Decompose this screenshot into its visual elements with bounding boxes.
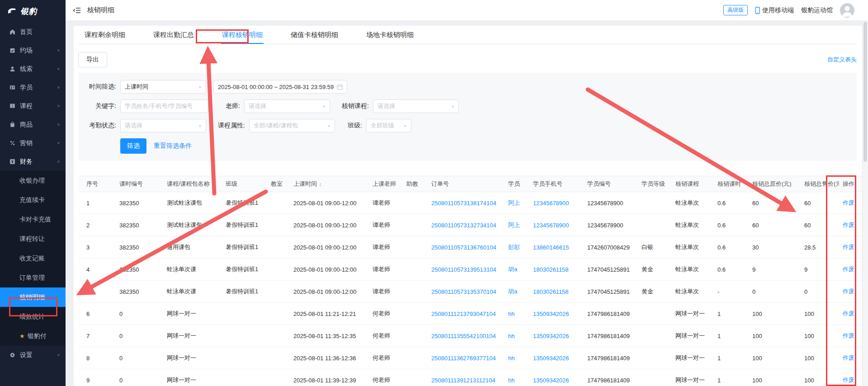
keyword-input[interactable]: 学员姓名/手机号/学员编号: [120, 99, 208, 113]
chevron-down-icon: ∨: [57, 85, 60, 89]
cell-void-action[interactable]: 作废: [839, 259, 862, 281]
submenu-item-课程转让[interactable]: 课程转让: [0, 229, 66, 249]
cell-void-action[interactable]: 作废: [839, 347, 862, 369]
sidebar-item-首页[interactable]: 首页: [0, 23, 66, 41]
cell-student-link[interactable]: hh: [505, 369, 529, 386]
export-button[interactable]: 导出: [78, 52, 107, 67]
customize-columns-link[interactable]: 自定义表头: [827, 56, 857, 64]
filter-panel: 时间筛选: 上课时间 ∨ 2025-08-01 00:00:00 ~ 2025-…: [78, 73, 857, 161]
teacher-select[interactable]: 请选择 ∨: [244, 99, 330, 113]
filter-row-time: 时间筛选: 上课时间 ∨ 2025-08-01 00:00:00 ~ 2025-…: [78, 80, 857, 94]
cell-student-link[interactable]: hh: [505, 325, 529, 347]
cell-student-link[interactable]: hh: [505, 347, 529, 369]
submenu-item-收支记账[interactable]: 收支记账: [0, 249, 66, 268]
sidebar-item-商品[interactable]: 商品∨: [0, 115, 66, 134]
filter-submit-button[interactable]: 筛选: [120, 138, 146, 154]
tab-课程剩余明细[interactable]: 课程剩余明细: [84, 26, 126, 44]
submenu-item-银豹付[interactable]: ★银豹付: [0, 326, 66, 346]
cell-student-link[interactable]: hh: [505, 303, 529, 325]
cell-phone-link[interactable]: 12345678900: [529, 214, 584, 236]
cell-void-action[interactable]: 作废: [839, 325, 862, 347]
cell-order-link[interactable]: 25080110573136760104: [428, 236, 505, 259]
cell-phone-link[interactable]: 18030261158: [529, 281, 584, 303]
cell-void-action[interactable]: 作废: [839, 192, 862, 214]
cell-phone-link[interactable]: 13509342026: [529, 369, 584, 386]
cell-order-link[interactable]: 25080111355542100104: [428, 325, 505, 347]
cell-void-action[interactable]: 作废: [839, 236, 862, 259]
cell-student-link[interactable]: 胡a: [505, 281, 529, 303]
cell-void-action[interactable]: 作废: [839, 369, 862, 386]
cell-total-original-price: 100: [749, 347, 801, 369]
brand-logo[interactable]: 银豹: [0, 0, 66, 23]
cell-order-link[interactable]: 25080111391213112104: [428, 369, 505, 386]
time-filter-select[interactable]: 上课时间 ∨: [120, 80, 206, 94]
sidebar-item-财务[interactable]: 财务∧: [0, 152, 66, 171]
cell-verify-course: 网球一对一: [672, 325, 714, 347]
cell-order-link[interactable]: 25080110573135370104: [428, 281, 505, 303]
cell-phone-link[interactable]: 13509342026: [529, 347, 584, 369]
vertical-scrollbar[interactable]: [862, 20, 868, 386]
cell-phone-link[interactable]: 18030261158: [529, 259, 584, 281]
avatar[interactable]: [840, 3, 854, 18]
submenu-item-核销明细[interactable]: 核销明细: [0, 287, 66, 307]
cell-class-name: [222, 347, 267, 369]
column-header-订单号: 订单号: [428, 176, 505, 192]
tab-储值卡核销明细[interactable]: 储值卡核销明细: [290, 26, 339, 44]
cell-verify-course: 蛙泳单次: [672, 259, 714, 281]
sort-icon[interactable]: ▲▼: [319, 182, 322, 187]
use-mobile-link[interactable]: 使用移动端: [755, 6, 794, 14]
cell-student-level: [638, 347, 672, 369]
table-row: 90网球一对一2025-08-01 11:39-12:39何老师25080111…: [78, 369, 862, 386]
cell-order-link[interactable]: 25080111213793047104: [428, 303, 505, 325]
submenu-item-卡对卡充值[interactable]: 卡对卡充值: [0, 210, 66, 229]
cell-student-link[interactable]: 彭彭: [505, 236, 529, 259]
chevron-down-icon: ∨: [57, 141, 60, 145]
scrollbar-thumb[interactable]: [863, 22, 867, 162]
cell-lesson-id: 382350: [116, 281, 163, 303]
cell-order-link[interactable]: 25080111362769377104: [428, 347, 505, 369]
sidebar-collapse-icon[interactable]: [73, 7, 81, 14]
cell-student-level: [638, 325, 672, 347]
attendance-select[interactable]: 请选择 ∨: [120, 119, 206, 132]
cell-order-link[interactable]: 25080110573139513104: [428, 259, 505, 281]
table-row: 60网球一对一2025-08-01 11:21-12:21何老师25080111…: [78, 303, 862, 325]
tab-课程出勤汇总[interactable]: 课程出勤汇总: [152, 26, 195, 44]
verify-course-select[interactable]: 请选择 ∨: [373, 99, 459, 113]
cell-student-link[interactable]: 阿上: [505, 192, 529, 214]
cell-seq: 6: [78, 303, 116, 325]
date-range-input[interactable]: 2025-08-01 00:00:00 ~ 2025-08-31 23:59:5…: [213, 80, 347, 94]
class-select[interactable]: 全部班级 ∨: [366, 119, 411, 132]
sidebar-item-课程[interactable]: 课程∨: [0, 97, 66, 115]
tab-课程核销明细[interactable]: 课程核销明细: [221, 26, 264, 44]
sidebar-item-学员[interactable]: 学员∨: [0, 78, 66, 97]
cell-phone-link[interactable]: 12345678900: [529, 192, 584, 214]
version-badge[interactable]: 高级版: [723, 5, 748, 15]
cell-order-link[interactable]: 25080110573132734104: [428, 214, 505, 236]
cell-order-link[interactable]: 25080110573138174104: [428, 192, 505, 214]
sidebar-item-线索[interactable]: 线索∨: [0, 60, 66, 78]
submenu-item-收银办理[interactable]: 收银办理: [0, 171, 66, 190]
filter-reset-link[interactable]: 重置筛选条件: [154, 142, 192, 150]
sidebar-nav: 首页约场∨线索∨学员∨课程∨商品∨营销∨财务∧: [0, 23, 66, 171]
sidebar-item-营销[interactable]: 营销∨: [0, 134, 66, 152]
column-header-上课时间[interactable]: 上课时间▲▼: [290, 176, 369, 192]
sidebar-item-约场[interactable]: 约场∨: [0, 41, 66, 60]
cell-total-original-price: 100: [749, 325, 801, 347]
cell-student-link[interactable]: 胡a: [505, 259, 529, 281]
sidebar-item-settings[interactable]: 设置 ∨: [0, 346, 66, 364]
cell-phone-link[interactable]: 13509342026: [529, 303, 584, 325]
account-name[interactable]: 银豹运动馆: [801, 6, 833, 14]
cell-void-action[interactable]: 作废: [839, 303, 862, 325]
cell-room: [267, 236, 290, 259]
cell-phone-link[interactable]: 13509342026: [529, 325, 584, 347]
phone-icon: [755, 7, 760, 14]
cell-void-action[interactable]: 作废: [839, 214, 862, 236]
submenu-item-订单管理[interactable]: 订单管理: [0, 268, 66, 287]
course-type-select[interactable]: 全部/课程/课程包 ∨: [249, 119, 335, 132]
submenu-item-充值续卡[interactable]: 充值续卡: [0, 190, 66, 210]
tab-场地卡核销明细[interactable]: 场地卡核销明细: [365, 26, 415, 44]
cell-student-link[interactable]: 阿上: [505, 214, 529, 236]
cell-void-action[interactable]: 作废: [839, 281, 862, 303]
submenu-item-绩效统计[interactable]: 绩效统计: [0, 307, 66, 326]
cell-phone-link[interactable]: 13860146615: [529, 236, 584, 259]
